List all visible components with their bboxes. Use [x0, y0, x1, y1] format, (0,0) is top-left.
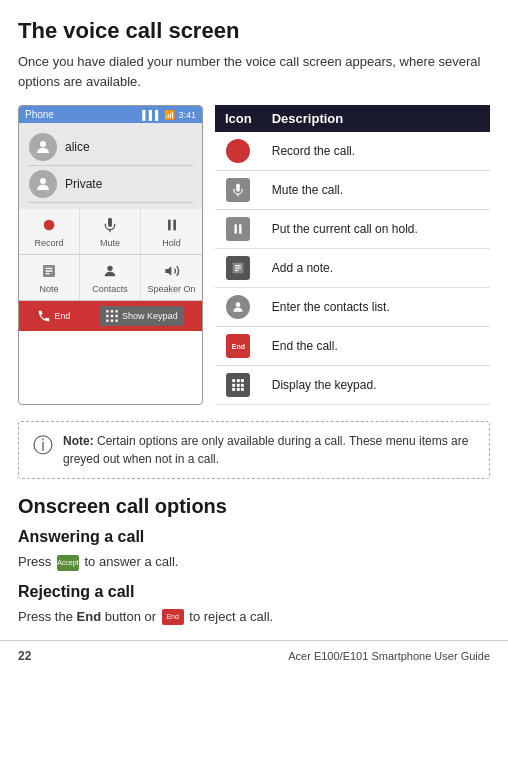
keypad-icon: [225, 373, 252, 397]
hold-icon: [225, 217, 252, 241]
table-cell-desc-5: End the call.: [262, 327, 490, 366]
phone-app-label: Phone: [25, 109, 54, 120]
col-header-description: Description: [262, 105, 490, 132]
mute-btn-icon: [100, 215, 120, 235]
svg-point-0: [40, 141, 46, 147]
speaker-btn-label: Speaker On: [147, 284, 195, 294]
footer-page-number: 22: [18, 649, 31, 663]
col-header-icon: Icon: [215, 105, 262, 132]
table-cell-desc-2: Put the current call on hold.: [262, 210, 490, 249]
hold-btn-label: Hold: [162, 238, 181, 248]
icon-description-table: Icon Description Record the call.Mute th…: [215, 105, 490, 405]
contacts-btn-icon: [100, 261, 120, 281]
svg-rect-20: [116, 320, 118, 322]
svg-rect-14: [116, 310, 118, 312]
note-text: Certain options are only available durin…: [63, 434, 468, 466]
phone-screenshot: Phone ▌▌▌ 📶 3:41 alice: [18, 105, 203, 405]
table-row: Add a note.: [215, 249, 490, 288]
content-wrapper: Phone ▌▌▌ 📶 3:41 alice: [18, 105, 490, 405]
svg-rect-12: [106, 310, 108, 312]
time-display: 3:41: [178, 110, 196, 120]
table-cell-icon-3: [215, 249, 262, 288]
table-header-row: Icon Description: [215, 105, 490, 132]
note-content: Note: Certain options are only available…: [63, 432, 475, 468]
contact-name-alice: alice: [65, 140, 90, 154]
svg-rect-22: [235, 224, 237, 233]
phone-top-bar: Phone ▌▌▌ 📶 3:41: [19, 106, 202, 123]
svg-rect-17: [116, 315, 118, 317]
svg-rect-16: [111, 315, 113, 317]
rejecting-bold-end: End: [77, 609, 102, 624]
svg-rect-13: [111, 310, 113, 312]
wifi-icon: 📶: [164, 110, 175, 120]
svg-point-10: [107, 266, 112, 271]
phone-end-button[interactable]: End: [37, 309, 70, 323]
rejecting-text-before: Press the: [18, 609, 73, 624]
svg-rect-37: [241, 388, 244, 391]
table-cell-icon-6: [215, 366, 262, 405]
answering-text-before: Press: [18, 554, 51, 569]
svg-rect-30: [237, 379, 240, 382]
footer-bar: 22 Acer E100/E101 Smartphone User Guide: [0, 640, 508, 671]
table-cell-desc-4: Enter the contacts list.: [262, 288, 490, 327]
page-content: The voice call screen Once you have dial…: [0, 0, 508, 628]
table-row: Mute the call.: [215, 171, 490, 210]
phone-contact-alice: alice: [27, 129, 194, 166]
end-icon: End: [225, 334, 252, 358]
mute-icon: [225, 178, 252, 202]
table-row: Display the keypad.: [215, 366, 490, 405]
note-label: Note:: [63, 434, 94, 448]
record-btn-label: Record: [34, 238, 63, 248]
svg-rect-4: [168, 220, 171, 231]
contacts-btn-label: Contacts: [92, 284, 128, 294]
table-row: Enter the contacts list.: [215, 288, 490, 327]
rejecting-text-after: to reject a call.: [189, 609, 273, 624]
table-cell-icon-0: [215, 132, 262, 171]
table-cell-desc-1: Mute the call.: [262, 171, 490, 210]
phone-btn-contacts[interactable]: Contacts: [80, 255, 141, 300]
avatar-private: [29, 170, 57, 198]
note-icon: [225, 256, 252, 280]
phone-btn-speaker[interactable]: Speaker On: [141, 255, 202, 300]
svg-rect-15: [106, 315, 108, 317]
footer-title: Acer E100/E101 Smartphone User Guide: [288, 650, 490, 662]
svg-rect-34: [241, 384, 244, 387]
answering-text: Press Accept to answer a call.: [18, 552, 490, 573]
table-row: Record the call.: [215, 132, 490, 171]
show-keypad-btn-label: Show Keypad: [122, 311, 178, 321]
svg-rect-31: [241, 379, 244, 382]
table-cell-icon-5: End: [215, 327, 262, 366]
table-cell-icon-4: [215, 288, 262, 327]
phone-btn-hold[interactable]: Hold: [141, 209, 202, 254]
svg-rect-33: [237, 384, 240, 387]
phone-btn-mute[interactable]: Mute: [80, 209, 141, 254]
phone-contact-area: alice Private: [19, 123, 202, 209]
phone-contact-private: Private: [27, 166, 194, 203]
table-cell-desc-6: Display the keypad.: [262, 366, 490, 405]
end-btn-label: End: [54, 311, 70, 321]
svg-rect-19: [111, 320, 113, 322]
rejecting-text: Press the End button or End Call to reje…: [18, 607, 490, 628]
accept-icon: Accept: [57, 555, 79, 571]
table-cell-icon-1: [215, 171, 262, 210]
hold-btn-icon: [162, 215, 182, 235]
phone-show-keypad-button[interactable]: Show Keypad: [99, 306, 184, 326]
phone-btn-record[interactable]: Record: [19, 209, 80, 254]
record-btn-icon: [39, 215, 59, 235]
speaker-btn-icon: [162, 261, 182, 281]
phone-btn-note[interactable]: Note: [19, 255, 80, 300]
note-box: ⓘ Note: Certain options are only availab…: [18, 421, 490, 479]
avatar-alice: [29, 133, 57, 161]
svg-point-2: [44, 220, 55, 231]
svg-point-1: [40, 178, 46, 184]
section-answering-title: Answering a call: [18, 528, 490, 546]
table-cell-desc-0: Record the call.: [262, 132, 490, 171]
contacts-icon: [225, 295, 252, 319]
svg-rect-29: [233, 379, 236, 382]
intro-text: Once you have dialed your number the voi…: [18, 52, 490, 91]
mute-btn-label: Mute: [100, 238, 120, 248]
note-warning-icon: ⓘ: [33, 430, 53, 460]
svg-rect-23: [240, 224, 242, 233]
table-cell-desc-3: Add a note.: [262, 249, 490, 288]
table-row: EndEnd the call.: [215, 327, 490, 366]
